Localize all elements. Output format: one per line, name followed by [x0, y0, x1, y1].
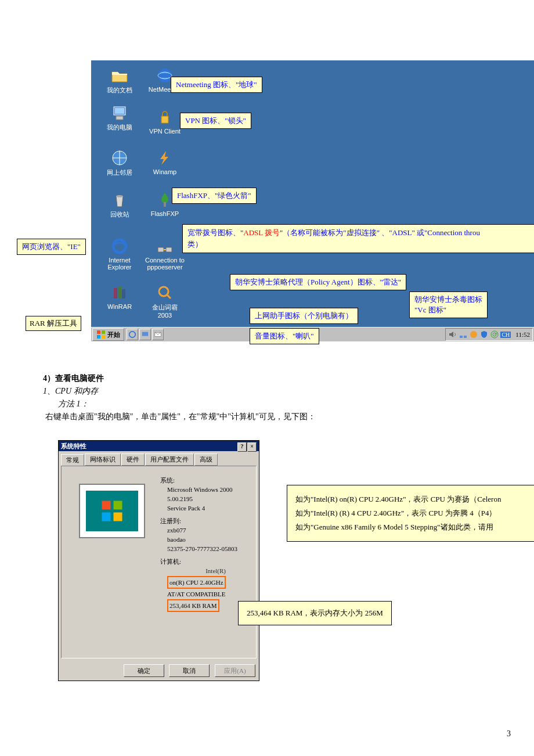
svg-rect-2 — [116, 116, 123, 120]
tab-advanced[interactable]: 高级 — [194, 453, 218, 466]
apply-button[interactable]: 应用(A) — [215, 664, 255, 677]
callout-ram-explanation: 253,464 KB RAM，表示内存大小为 256M — [238, 601, 392, 625]
desktop-icon-winamp[interactable]: Winamp — [145, 149, 185, 175]
desktop-icon-pppoe[interactable]: Connection to pppoeserver — [145, 237, 185, 271]
info-line: Service Pack 4 — [167, 503, 237, 513]
svg-rect-8 — [122, 289, 125, 298]
desktop-icon-my-documents[interactable]: 我的文档 — [99, 66, 140, 95]
connection-icon — [156, 237, 174, 255]
svg-rect-30 — [102, 513, 111, 521]
dialog-titlebar: 系统特性 ?× — [59, 441, 259, 451]
lock-icon — [156, 108, 174, 127]
svg-point-15 — [159, 287, 168, 296]
icon-label: 金山词霸 2003 — [145, 303, 185, 319]
callout-helper: 上网助手图标（个别电脑有） — [250, 308, 358, 324]
system-info: 系统: Microsoft Windows 2000 5.00.2195 Ser… — [160, 472, 237, 613]
svg-rect-19 — [102, 335, 105, 339]
globe-icon — [110, 149, 129, 167]
dialog-title: 系统特性 — [61, 441, 86, 451]
label-system: 系统: — [160, 476, 237, 485]
info-line: zxb077 — [167, 525, 237, 535]
desktop-icon-ie[interactable]: Internet Explorer — [99, 237, 140, 271]
desktop-icon-vpn-client[interactable]: VPN Client — [145, 108, 185, 135]
desktop-icon-network[interactable]: 网上邻居 — [99, 149, 140, 177]
help-button[interactable]: ? — [237, 442, 247, 452]
quick-launch-desktop[interactable] — [139, 329, 151, 340]
dictionary-icon — [156, 283, 174, 302]
tab-hardware[interactable]: 硬件 — [121, 453, 145, 466]
language-indicator[interactable]: CH — [500, 332, 511, 338]
svg-point-9 — [158, 69, 172, 82]
icon-label: Winamp — [145, 168, 185, 175]
windows-logo-icon — [96, 330, 106, 339]
callout-flashfxp: FlashFXP、"绿色火箭" — [172, 188, 257, 204]
books-icon — [110, 283, 129, 302]
start-label: 开始 — [107, 330, 120, 339]
tab-user-profiles[interactable]: 用户配置文件 — [145, 453, 194, 466]
shield-tray-icon[interactable] — [479, 330, 489, 339]
quick-launch-ie[interactable] — [127, 329, 138, 340]
svg-rect-6 — [114, 288, 117, 298]
svg-rect-14 — [166, 247, 172, 252]
label-computer: 计算机: — [160, 557, 237, 566]
callout-volume: 音量图标、"喇叭" — [250, 328, 319, 344]
svg-rect-11 — [161, 116, 168, 123]
close-button[interactable]: × — [247, 442, 257, 452]
icon-label: VPN Client — [145, 128, 185, 135]
desktop-icon-recycle-bin[interactable]: 回收站 — [99, 190, 140, 219]
callout-ie: 网页浏览器、"IE" — [17, 239, 86, 255]
tab-network-id[interactable]: 网络标识 — [85, 453, 121, 466]
system-properties-dialog: 系统特性 ?× 常规 网络标识 硬件 用户配置文件 高级 系统: Microso… — [58, 440, 259, 681]
desktop-icon-jinshan[interactable]: 金山词霸 2003 — [145, 283, 185, 319]
callout-policy-agent: 朝华安博士策略代理（Policy Agent）图标、"雷达" — [230, 274, 406, 290]
info-line: baodao — [167, 535, 237, 544]
svg-rect-7 — [118, 287, 121, 298]
titlebar-buttons: ?× — [237, 441, 257, 451]
monitor-graphic — [79, 484, 145, 538]
svg-rect-16 — [97, 330, 100, 334]
icon-label: FlashFXP — [145, 210, 185, 217]
svg-rect-23 — [460, 336, 463, 338]
tab-general[interactable]: 常规 — [61, 454, 84, 466]
dialog-panel: 系统: Microsoft Windows 2000 5.00.2195 Ser… — [61, 466, 257, 658]
radar-tray-icon[interactable] — [490, 330, 499, 339]
dialog-tabs: 常规 网络标识 硬件 用户配置文件 高级 — [61, 453, 257, 466]
icon-label: 我的电脑 — [99, 123, 140, 132]
computer-icon — [110, 103, 129, 122]
ok-button[interactable]: 确定 — [124, 664, 164, 677]
icon-label: WinRAR — [99, 303, 140, 310]
svg-point-25 — [470, 331, 477, 338]
svg-rect-13 — [158, 247, 164, 252]
heading-method1: 方法 1： — [58, 399, 89, 409]
desktop-icon-my-computer[interactable]: 我的电脑 — [99, 103, 140, 132]
callout-vc: 朝华安博士杀毒图标"Vc 图标" — [409, 291, 488, 318]
lightning-icon — [156, 149, 174, 167]
info-line: Microsoft Windows 2000 — [167, 485, 237, 494]
desktop-icon-winrar[interactable]: WinRAR — [99, 283, 140, 310]
svg-rect-24 — [464, 336, 467, 338]
quick-launch — [127, 329, 164, 340]
system-tray: CH 11:52 — [445, 328, 533, 341]
trash-icon — [110, 190, 129, 209]
icon-label: 我的文档 — [99, 86, 140, 95]
svg-rect-31 — [114, 513, 122, 521]
callout-netmeeting: Netmeeting 图标、"地球" — [171, 77, 262, 93]
ie-icon — [110, 237, 129, 255]
svg-point-5 — [113, 240, 126, 253]
info-line: 52375-270-7777322-05803 — [167, 544, 237, 553]
svg-rect-12 — [164, 202, 166, 207]
network-tray-icon[interactable] — [459, 330, 468, 339]
heading-cpu-mem: 1、CPU 和内存 — [43, 386, 98, 397]
cancel-button[interactable]: 取消 — [169, 664, 210, 677]
helper-tray-icon[interactable] — [469, 330, 478, 339]
quick-launch-outlook[interactable] — [152, 329, 164, 340]
svg-rect-18 — [97, 335, 100, 339]
info-line: AT/AT COMPATIBLE — [167, 589, 237, 599]
svg-rect-28 — [102, 501, 111, 510]
icon-label: Connection to pppoeserver — [145, 257, 185, 271]
callout-adsl: 宽带拨号图标、"ADSL 拨号"（名称可能被标为"虚拟连接" 、"ADSL" 或… — [182, 224, 534, 253]
volume-icon[interactable] — [448, 330, 457, 339]
clock: 11:52 — [515, 331, 530, 338]
icon-label: 回收站 — [99, 210, 140, 219]
start-button[interactable]: 开始 — [92, 328, 124, 341]
